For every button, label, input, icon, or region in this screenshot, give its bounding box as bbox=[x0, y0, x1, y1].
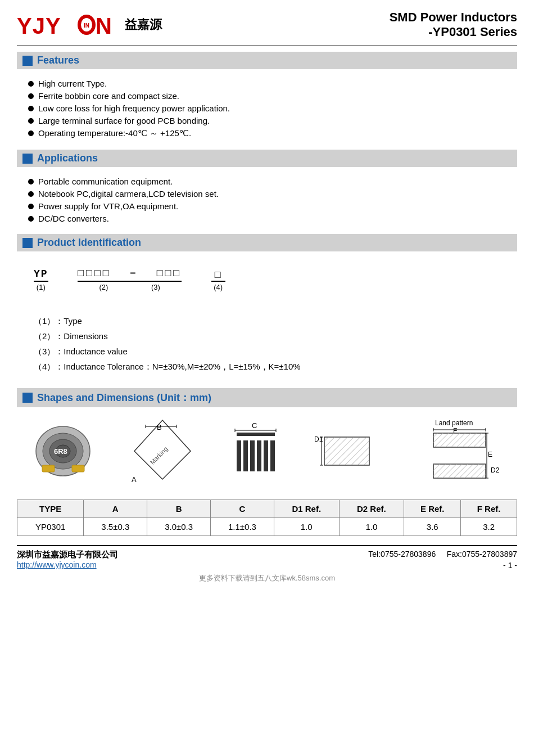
col-b: B bbox=[147, 500, 211, 518]
features-title: Features bbox=[37, 55, 79, 66]
list-item: Large terminal surface for good PCB bond… bbox=[28, 116, 517, 125]
bullet-dot bbox=[28, 179, 34, 184]
logo-area: YJY IN N 益嘉源 bbox=[17, 10, 162, 39]
list-item: Power supply for VTR,OA equipment. bbox=[28, 201, 517, 211]
list-item: DC/DC converters. bbox=[28, 214, 517, 223]
svg-text:D2: D2 bbox=[491, 466, 500, 474]
inductor-coil-diagram: 6R8 bbox=[34, 425, 93, 478]
product-id-title: Product Identification bbox=[37, 237, 141, 249]
fax: Fax:0755-27803897 bbox=[447, 550, 517, 559]
svg-text:C: C bbox=[252, 421, 257, 430]
svg-text:YJY: YJY bbox=[17, 14, 61, 38]
footer-right: Tel:0755-27803896 Fax:0755-27803897 - 1 … bbox=[368, 550, 517, 570]
pid-desc-3: （3）：Inductance value bbox=[34, 346, 500, 357]
features-header: Features bbox=[17, 52, 517, 69]
col-c: C bbox=[211, 500, 274, 518]
footer-left: 深圳市益嘉源电子有限公司 http://www.yjycoin.com bbox=[17, 550, 118, 569]
list-item: Low core loss for high frequency power a… bbox=[28, 104, 517, 113]
list-item: Notebook PC,digital carmera,LCD televisi… bbox=[28, 189, 517, 199]
list-item: Portable communication equipment. bbox=[28, 177, 517, 186]
svg-text:E: E bbox=[488, 451, 492, 458]
sub-title: -YP0301 Series bbox=[390, 25, 517, 39]
pid-box4: □□□□ － □□□ bbox=[78, 266, 182, 282]
pid-desc-4: （4）：Inductance Tolerance：N=±30%,M=±20%，L… bbox=[34, 362, 500, 372]
shapes-title: Shapes and Dimensions (Unit：mm) bbox=[37, 391, 211, 404]
features-list: High current Type. Ferrite bobbin core a… bbox=[17, 74, 517, 144]
col-d2: D2 Ref. bbox=[339, 500, 404, 518]
svg-rect-32 bbox=[324, 437, 369, 465]
company-name: 深圳市益嘉源电子有限公司 bbox=[17, 550, 118, 560]
pid-block-4: □ (4) bbox=[211, 269, 225, 291]
svg-text:Land pattern: Land pattern bbox=[435, 419, 473, 427]
product-id-diagram: YP (1) □□□□ － □□□ (2) (3) □ (4) bbox=[17, 256, 517, 306]
pid-block-1: YP (1) bbox=[34, 268, 48, 291]
list-item: Operating temperature:-40℃ ～ +125℃. bbox=[28, 128, 517, 139]
diamond-diagram: B A Marking bbox=[126, 417, 199, 485]
bullet-dot bbox=[28, 204, 34, 209]
col-e: E Ref. bbox=[404, 500, 461, 518]
shapes-diagrams: 6R8 B A Marking C bbox=[17, 412, 517, 494]
product-id-blue-square bbox=[22, 238, 33, 248]
svg-rect-10 bbox=[72, 465, 84, 472]
svg-rect-9 bbox=[42, 465, 55, 472]
col-a: A bbox=[84, 500, 147, 518]
pid-prefix: YP bbox=[34, 268, 48, 282]
svg-text:6R8: 6R8 bbox=[54, 447, 67, 456]
side-view-diagram: D1 bbox=[313, 420, 386, 482]
applications-header: Applications bbox=[17, 150, 517, 167]
pid-desc-2: （2）：Dimensions bbox=[34, 331, 500, 342]
watermark-text: 更多资料下载请到五八文库wk.58sms.com bbox=[17, 570, 517, 584]
svg-rect-50 bbox=[433, 464, 486, 478]
features-blue-square bbox=[22, 56, 33, 66]
svg-rect-25 bbox=[243, 440, 248, 471]
shapes-header: Shapes and Dimensions (Unit：mm) bbox=[17, 388, 517, 407]
cell-b: 3.0±0.3 bbox=[147, 518, 211, 536]
land-pattern-diagram: Land pattern F E D2 bbox=[419, 417, 501, 485]
list-item: Ferrite bobbin core and compact size. bbox=[28, 91, 517, 101]
main-title: SMD Power Inductors bbox=[390, 10, 517, 25]
contact-info: Tel:0755-27803896 Fax:0755-27803897 bbox=[368, 550, 517, 559]
bullet-dot bbox=[28, 81, 34, 87]
bullet-dot bbox=[28, 130, 34, 136]
pid-row: YP (1) □□□□ － □□□ (2) (3) □ (4) bbox=[34, 266, 225, 291]
pid-box1: □ bbox=[211, 269, 225, 282]
col-type: TYPE bbox=[17, 500, 84, 518]
website-link[interactable]: http://www.yjycoin.com bbox=[17, 560, 118, 569]
svg-text:IN: IN bbox=[84, 22, 89, 29]
applications-blue-square bbox=[22, 154, 33, 164]
cell-c: 1.1±0.3 bbox=[211, 518, 274, 536]
list-item: High current Type. bbox=[28, 79, 517, 88]
svg-rect-24 bbox=[237, 440, 241, 471]
svg-text:N: N bbox=[96, 14, 112, 38]
pid-num-1: (1) bbox=[37, 283, 46, 291]
pid-spacer bbox=[58, 268, 68, 281]
shapes-blue-square bbox=[22, 393, 33, 403]
title-area: SMD Power Inductors -YP0301 Series bbox=[390, 10, 517, 39]
tel: Tel:0755-27803896 bbox=[368, 550, 436, 559]
cell-type: YP0301 bbox=[17, 518, 84, 536]
bullet-dot bbox=[28, 93, 34, 99]
svg-rect-23 bbox=[237, 433, 275, 436]
cell-d1: 1.0 bbox=[274, 518, 339, 536]
cell-f: 3.2 bbox=[461, 518, 517, 536]
svg-text:Marking: Marking bbox=[148, 446, 169, 466]
svg-rect-28 bbox=[264, 440, 268, 471]
bullet-dot bbox=[28, 191, 34, 197]
pid-num-2: (2) bbox=[99, 283, 108, 291]
pid-num-3: (3) bbox=[151, 283, 160, 291]
cell-d2: 1.0 bbox=[339, 518, 404, 536]
pid-block-2: □□□□ － □□□ (2) (3) bbox=[78, 266, 182, 291]
bullet-dot bbox=[28, 216, 34, 222]
cell-e: 3.6 bbox=[404, 518, 461, 536]
product-id-header: Product Identification bbox=[17, 234, 517, 251]
pid-spacer2 bbox=[192, 268, 201, 281]
table-row: YP0301 3.5±0.3 3.0±0.3 1.1±0.3 1.0 1.0 3… bbox=[17, 518, 517, 536]
bullet-dot bbox=[28, 106, 34, 111]
svg-rect-29 bbox=[270, 440, 275, 471]
pid-desc-1: （1）：Type bbox=[34, 316, 500, 327]
bullet-dot bbox=[28, 118, 34, 124]
svg-text:A: A bbox=[132, 475, 137, 484]
applications-title: Applications bbox=[37, 152, 98, 164]
pid-descriptions: （1）：Type （2）：Dimensions （3）：Inductance v… bbox=[17, 306, 517, 382]
logo-icon: YJY IN N bbox=[17, 10, 118, 39]
